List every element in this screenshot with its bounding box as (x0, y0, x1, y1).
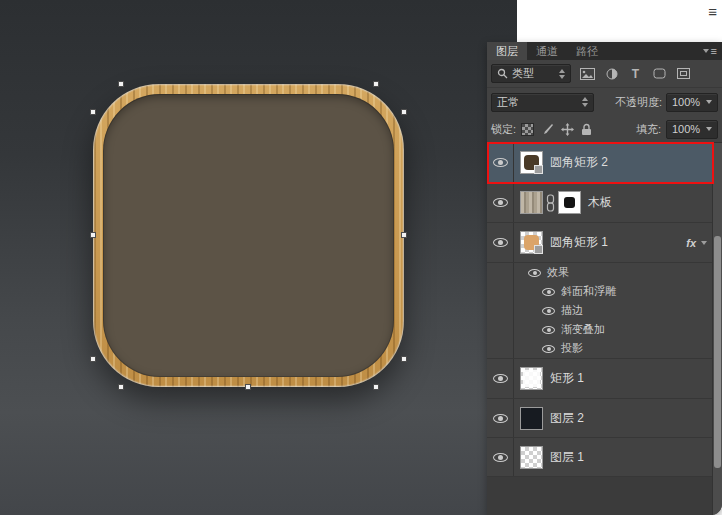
tab-channels[interactable]: 通道 (527, 42, 567, 60)
page-background: ≡ (517, 0, 722, 42)
lock-label: 锁定: (491, 122, 516, 137)
anchor-handle[interactable] (401, 356, 407, 362)
filter-kind-dropdown[interactable]: 类型 (491, 64, 571, 83)
fill-label: 填充: (636, 122, 661, 137)
document-canvas[interactable] (0, 0, 517, 515)
layer-row-rounded-rect-1[interactable]: 圆角矩形 1 fx (487, 223, 713, 263)
eye-icon[interactable] (542, 345, 555, 353)
adjustment-layer-filter-icon[interactable] (603, 65, 620, 82)
chevron-down-icon (706, 127, 712, 131)
anchor-handle[interactable] (90, 232, 96, 238)
blend-mode-bar: 正常 不透明度: 100% (487, 88, 722, 116)
effects-collapse-icon[interactable] (701, 241, 707, 245)
type-layer-filter-icon[interactable]: T (627, 65, 644, 82)
rounded-icon-artwork[interactable] (93, 84, 404, 387)
visibility-cell[interactable] (487, 399, 514, 437)
layer-row-rounded-rect-2[interactable]: 圆角矩形 2 (487, 143, 713, 183)
eye-icon[interactable] (493, 158, 508, 167)
lock-position-move-icon[interactable] (561, 123, 574, 136)
layer-thumbnail[interactable] (520, 231, 543, 254)
effect-row-gradient-overlay[interactable]: 渐变叠加 (487, 320, 713, 339)
layer-row-rect-1[interactable]: 矩形 1 (487, 359, 713, 399)
fill-input[interactable]: 100% (666, 120, 718, 139)
layer-row-layer-2[interactable]: 图层 2 (487, 399, 713, 438)
dropdown-stepper-icon (582, 97, 588, 107)
pixel-layer-filter-icon[interactable] (579, 65, 596, 82)
anchor-handle[interactable] (245, 384, 251, 390)
tab-paths[interactable]: 路径 (567, 42, 607, 60)
panel-menu-button[interactable]: ≡ (703, 42, 722, 60)
anchor-handle[interactable] (90, 356, 96, 362)
visibility-cell[interactable] (487, 438, 514, 476)
visibility-cell (487, 263, 514, 282)
eye-icon[interactable] (542, 326, 555, 334)
effect-row-drop-shadow[interactable]: 投影 (487, 339, 713, 358)
visibility-cell[interactable] (487, 143, 514, 182)
lock-transparency-icon[interactable] (521, 123, 534, 136)
lock-all-padlock-icon[interactable] (581, 123, 592, 136)
eye-icon[interactable] (493, 453, 508, 462)
blend-mode-dropdown[interactable]: 正常 (491, 93, 594, 112)
effect-row-bevel-emboss[interactable]: 斜面和浮雕 (487, 282, 713, 301)
tab-layers[interactable]: 图层 (487, 42, 527, 60)
visibility-cell (487, 339, 514, 358)
anchor-handle[interactable] (373, 81, 379, 87)
eye-icon[interactable] (493, 374, 508, 383)
effects-header-row[interactable]: 效果 (487, 263, 713, 282)
anchor-handle[interactable] (373, 384, 379, 390)
fx-icon: fx (686, 237, 696, 249)
layer-thumbnail[interactable] (520, 191, 543, 214)
chevron-down-icon (706, 100, 712, 104)
layer-list-scrollbar[interactable] (712, 143, 722, 515)
vector-mask-badge-icon (534, 245, 543, 254)
mask-shape-preview (564, 197, 575, 208)
layer-thumbnail[interactable] (520, 367, 543, 390)
blend-mode-value: 正常 (497, 95, 519, 110)
eye-icon[interactable] (493, 414, 508, 423)
photoshop-screenshot: ≡ 图层 通道 路径 ≡ 类型 (0, 0, 722, 515)
smart-object-filter-icon[interactable] (675, 65, 692, 82)
dropdown-stepper-icon (559, 69, 565, 79)
layer-thumbnail[interactable] (520, 151, 543, 174)
effect-label: 渐变叠加 (561, 322, 605, 337)
page-corner-menu-icon[interactable]: ≡ (708, 4, 717, 20)
eye-icon[interactable] (542, 307, 555, 315)
anchor-handle[interactable] (118, 81, 124, 87)
fill-value: 100% (672, 123, 700, 135)
vector-mask-badge-icon (534, 165, 543, 174)
opacity-input[interactable]: 100% (666, 93, 718, 112)
anchor-handle[interactable] (401, 232, 407, 238)
lock-pixels-brush-icon[interactable] (541, 123, 554, 136)
layer-name: 圆角矩形 1 (550, 234, 608, 251)
mask-link-icon[interactable] (546, 194, 555, 212)
lock-bar: 锁定: (487, 116, 722, 143)
eye-icon[interactable] (493, 198, 508, 207)
visibility-cell[interactable] (487, 183, 514, 222)
eye-icon[interactable] (542, 288, 555, 296)
menu-lines-icon: ≡ (711, 42, 717, 60)
layers-panel: 图层 通道 路径 ≡ 类型 (487, 42, 722, 515)
layer-row-layer-1[interactable]: 图层 1 (487, 438, 713, 477)
layer-mask-thumbnail[interactable] (558, 191, 581, 214)
effect-row-stroke[interactable]: 描边 (487, 301, 713, 320)
layer-row-wood-board[interactable]: 木板 (487, 183, 713, 223)
layer-thumbnail[interactable] (520, 446, 543, 469)
visibility-cell (487, 301, 514, 320)
rect-shape-preview (523, 370, 540, 387)
anchor-handle[interactable] (90, 109, 96, 115)
anchor-handle[interactable] (401, 109, 407, 115)
shape-layer-filter-icon[interactable] (651, 65, 668, 82)
eye-icon[interactable] (493, 238, 508, 247)
layer-name: 圆角矩形 2 (550, 154, 608, 171)
lock-buttons (521, 123, 592, 136)
effects-block: 效果 斜面和浮雕 描边 渐变叠加 (487, 263, 713, 359)
opacity-label: 不透明度: (615, 95, 662, 110)
visibility-cell[interactable] (487, 223, 514, 262)
filter-type-buttons: T (579, 65, 692, 82)
anchor-handle[interactable] (118, 384, 124, 390)
opacity-value: 100% (672, 96, 700, 108)
scrollbar-thumb[interactable] (714, 236, 721, 468)
eye-icon[interactable] (528, 269, 541, 277)
layer-thumbnail[interactable] (520, 407, 543, 430)
visibility-cell[interactable] (487, 359, 514, 398)
